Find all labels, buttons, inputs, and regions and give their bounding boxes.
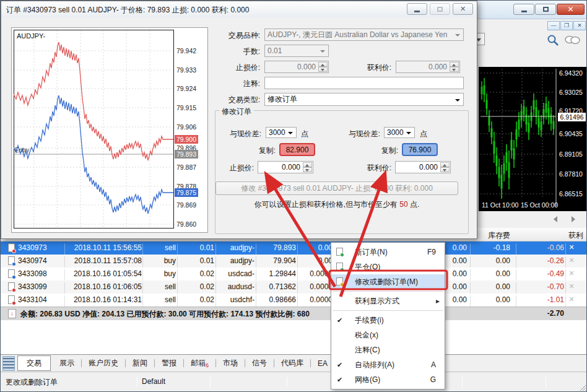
chat-icon[interactable] [564,35,581,46]
balance-text: 余额: 206.83 USD 净值: 204.13 已用预付款: 30.00 可… [20,309,310,320]
tab-代码库[interactable]: 代码库 [275,356,310,370]
sl-modify-label: 止损价: [198,163,254,173]
zoom-icon[interactable] [547,34,559,46]
chevron-down-icon [320,50,325,53]
price-axis-label: 6.94320 [559,69,583,77]
copy-sell-label: 复制: [220,146,276,156]
lots-label: 手数: [212,46,260,57]
close-position-icon[interactable]: ✕ [567,269,576,277]
status-message: 更改或删除订单 [6,377,58,388]
cell-sl: 0.0000 [299,269,333,278]
check-icon: ✔ [337,372,342,387]
chevron-down-icon [455,99,460,102]
trade-type-combo[interactable]: 修改订单 [264,93,464,106]
trade-type-label: 交易类型: [212,95,260,105]
tab-信号[interactable]: 信号 [246,356,273,370]
dialog-minimize-button[interactable] [407,3,427,15]
copy-buy-button[interactable]: 76.900 [402,143,438,156]
table-row[interactable]: 34330992018.10.16 01:06:05sell0.02audusd… [1,281,587,294]
comment-input[interactable] [264,77,464,89]
time-axis-label: 15 Oct 00:00 [521,201,558,209]
close-position-icon[interactable]: ✕ [567,295,576,303]
cell-sl: 0.0000 [299,295,333,304]
table-empty-area [1,320,587,354]
sl-modify-spinner[interactable]: 0.000 [258,161,313,173]
menu-item-手续费(i)[interactable]: ✔手续费(i) [331,313,445,328]
sl-top-spinner: 0.000 [264,61,329,73]
cell-sl: 0.00 [299,243,333,252]
close-position-icon[interactable]: ✕ [567,256,576,264]
hint-text: 你可以设置止损和获利价格,但与市价至少有 50 点. [215,199,458,210]
total-profit: -2.70 [530,309,564,318]
chevron-down-icon [406,132,411,134]
main-minimize-button[interactable] [513,4,534,15]
menu-item-自动排列(A)[interactable]: ✔自动排列(A)A [331,357,445,372]
resize-grip[interactable] [579,384,586,391]
menu-item-新订单(N)[interactable]: 新订单(N)F9 [331,245,445,259]
cell-time: 2018.10.16 01:06:05 [63,282,142,291]
scroll-right-arrow[interactable] [572,216,575,222]
tab-交易[interactable]: 交易 [17,355,51,371]
tab-separator [274,359,274,367]
scroll-left-arrow[interactable] [554,216,557,222]
lots-combo: 0.01 [264,45,329,57]
panel-handle-icon[interactable] [2,356,15,371]
tab-警报[interactable]: 警报 [155,356,183,370]
tab-separator [81,359,82,367]
diff-left-combo[interactable]: 3000 [266,127,297,138]
close-position-icon[interactable]: ✕ [567,282,576,290]
cell-time: 2018.10.16 01:14:31 [63,295,142,304]
current-price-box: 6.91496 [558,113,586,121]
header-profit[interactable]: 获利 [546,230,583,241]
price-axis-label: 79.915 [176,104,196,111]
check-icon: ✔ [337,357,342,372]
price-axis-label: 79.942 [176,47,196,54]
tab-邮箱[interactable]: 邮箱6 [185,356,215,370]
chart-close-button[interactable]: ✕ [573,21,586,30]
dialog-close-button[interactable]: ✕ [453,3,473,15]
tab-账户历史[interactable]: 账户历史 [82,356,124,370]
menu-item-获利显示方式[interactable]: 获利显示方式▸ [331,294,445,308]
tp-modify-spinner[interactable]: 0.000 [395,161,451,173]
menu-item-平仓(O)[interactable]: 平仓(O) [331,259,445,274]
dialog-titlebar[interactable]: 订单 #3430973 sell 0.01 AUDJPY- 于价格: 79.89… [1,1,477,17]
menu-shortcut: F9 [427,245,436,259]
cell-price: 79.904 [258,256,296,265]
main-maximize-button[interactable] [535,4,556,15]
cell-symbol: audjpy- [217,243,254,252]
tab-展示[interactable]: 展示 [53,356,80,370]
cell-symbol: audjpy- [217,256,254,265]
main-close-button[interactable]: ✕ [557,4,585,15]
price-axis-label: 6.90435 [559,130,583,137]
table-row[interactable]: 34330982018.10.16 01:05:54buy0.02usdcad-… [1,268,587,281]
cell-profit: -0.06 [530,243,564,252]
order-dialog: 订单 #3430973 sell 0.01 AUDJPY- 于价格: 79.89… [1,1,477,239]
tab-新闻[interactable]: 新闻 [126,356,154,370]
table-row[interactable]: 34331042018.10.16 01:14:31sell0.02usdchf… [1,294,587,307]
chart-minimize-button[interactable]: — [547,21,560,30]
dialog-title: 订单 #3430973 sell 0.01 AUDJPY- 于价格: 79.89… [6,5,249,15]
copy-sell-button[interactable]: 82.900 [279,143,315,156]
menu-item-税金(x)[interactable]: 税金(x) [331,328,445,342]
menu-item-修改或删除订单(M)[interactable]: 修改或删除订单(M) [331,274,445,289]
table-row[interactable]: 34309732018.10.11 15:56:55sell0.01audjpy… [1,242,587,255]
cell-type: sell [143,295,176,304]
price-tag: 79.875 [175,188,198,197]
context-menu: 新订单(N)F9平仓(O)修改或删除订单(M)获利显示方式▸✔手续费(i)税金(… [331,242,445,390]
close-position-icon [336,263,343,271]
header-swap[interactable]: 库存费 [473,230,510,241]
modify-order-button[interactable]: 修改 #3430973 sell 0.01 AUDJPY- 止损: 0.000 … [215,181,458,195]
status-profile[interactable]: Default [142,377,165,386]
close-position-icon[interactable]: ✕ [567,243,576,251]
tab-市场[interactable]: 市场 [217,356,244,370]
table-row[interactable]: 34309742018.10.11 15:57:08buy0.01audjpy-… [1,255,587,268]
menu-item-注释(C)[interactable]: 注释(C) [331,342,445,357]
price-axis-label: 6.93025 [559,89,583,96]
cell-id: 3430973 [18,243,59,252]
price-tag: 79.900 [175,135,198,144]
tabs-container: 交易展示账户历史新闻警报邮箱6市场信号代码库EA日志 [17,355,363,371]
menu-item-网格(G)[interactable]: ✔网格(G)G [331,372,445,387]
diff-right-combo[interactable]: 3000 [384,127,415,138]
sell-order-icon [8,282,15,291]
chart-restore-button[interactable]: ❐ [560,21,573,30]
